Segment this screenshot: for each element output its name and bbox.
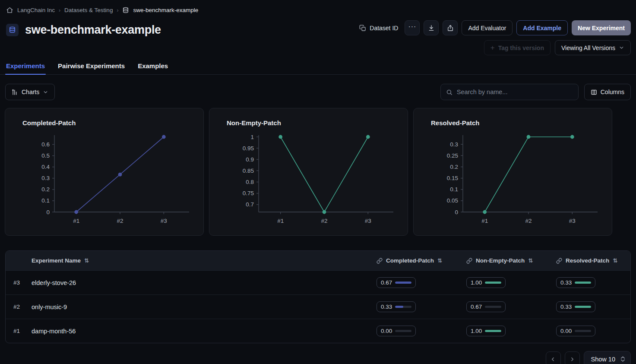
table-body: #3elderly-stove-260.671.000.33#2only-mus… — [6, 270, 630, 343]
columns-label: Columns — [601, 89, 624, 95]
page-header: swe-benchmark-example Dataset ID ··· — [0, 15, 636, 55]
svg-text:#2: #2 — [525, 218, 532, 224]
ellipsis-icon: ··· — [408, 23, 416, 31]
columns-icon — [591, 89, 597, 95]
search-input[interactable] — [457, 89, 573, 95]
chart-card: Resolved-Patch0.30.250.20.150.10.050#1#2… — [413, 108, 612, 236]
metric-value: 0.00 — [560, 328, 572, 334]
svg-text:0.6: 0.6 — [41, 141, 50, 148]
experiment-name: elderly-stove-26 — [32, 279, 377, 286]
tab-examples[interactable]: Examples — [138, 62, 168, 74]
line-chart: 10.950.90.850.80.750.7#1#2#3 — [217, 130, 411, 232]
next-page-button[interactable] — [565, 351, 580, 364]
column-header-experiment-name: Experiment Name — [32, 257, 81, 264]
metric-value: 1.00 — [471, 279, 482, 286]
svg-text:#3: #3 — [161, 218, 167, 224]
breadcrumb-org[interactable]: LangChain Inc — [17, 7, 55, 13]
breadcrumb: LangChain Inc › Datasets & Testing › swe… — [0, 0, 636, 15]
experiment-number: #1 — [6, 328, 32, 334]
download-button[interactable] — [424, 20, 439, 35]
svg-text:#1: #1 — [277, 218, 284, 224]
svg-text:0.2: 0.2 — [450, 164, 458, 170]
sort-icon[interactable]: ⇅ — [437, 257, 442, 264]
metric-value: 0.33 — [381, 304, 392, 310]
copy-icon — [359, 25, 366, 32]
svg-text:0.4: 0.4 — [41, 164, 50, 170]
page-title: swe-benchmark-example — [25, 23, 161, 37]
svg-text:#2: #2 — [117, 218, 123, 224]
svg-text:0.1: 0.1 — [450, 186, 458, 193]
metric-progress-bar — [395, 330, 411, 332]
metric-badge: 1.00 — [466, 326, 506, 336]
metric-value: 0.67 — [381, 279, 392, 286]
upload-button[interactable] — [443, 20, 458, 35]
experiment-name: damp-month-56 — [32, 328, 377, 335]
tab-experiments[interactable]: Experiments — [6, 62, 45, 74]
home-icon[interactable] — [6, 6, 13, 14]
sort-icon[interactable]: ⇅ — [613, 257, 617, 264]
svg-text:#1: #1 — [73, 218, 79, 224]
chart-title: Completed-Patch — [5, 108, 203, 127]
svg-text:#3: #3 — [569, 218, 576, 224]
breadcrumb-current: swe-benchmark-example — [133, 7, 198, 13]
columns-button[interactable]: Columns — [584, 84, 631, 100]
prev-page-button[interactable] — [546, 351, 561, 364]
svg-text:0.8: 0.8 — [246, 179, 254, 185]
upload-icon — [447, 25, 454, 32]
experiments-table: Experiment Name ⇅ Completed-Patch ⇅ Non-… — [5, 250, 631, 343]
svg-text:1: 1 — [250, 134, 254, 140]
chevron-left-icon — [550, 356, 556, 362]
table-row[interactable]: #1damp-month-560.001.000.00 — [6, 319, 630, 343]
svg-text:#2: #2 — [321, 218, 327, 224]
table-row[interactable]: #2only-music-90.330.670.33 — [6, 294, 630, 319]
line-chart: 0.30.250.20.150.10.050#1#2#3 — [421, 130, 616, 232]
svg-text:0.85: 0.85 — [243, 168, 254, 174]
metric-value: 0.00 — [381, 328, 392, 334]
svg-text:0.2: 0.2 — [41, 186, 50, 193]
new-experiment-button[interactable]: New Experiment — [572, 20, 631, 35]
experiment-number: #3 — [6, 279, 32, 286]
experiment-name: only-music-9 — [32, 304, 377, 310]
svg-text:#3: #3 — [365, 218, 371, 224]
sort-icon[interactable]: ⇅ — [84, 257, 89, 264]
svg-text:0.5: 0.5 — [41, 152, 50, 159]
table-row[interactable]: #3elderly-stove-260.671.000.33 — [6, 270, 630, 294]
breadcrumb-section[interactable]: Datasets & Testing — [64, 7, 113, 13]
svg-text:0: 0 — [455, 209, 458, 215]
metric-badge: 0.67 — [466, 301, 506, 312]
metric-value: 0.33 — [560, 279, 572, 286]
svg-text:0: 0 — [46, 209, 50, 215]
metric-badge: 0.33 — [377, 301, 416, 312]
column-header-completed-patch: Completed-Patch — [386, 257, 434, 264]
more-actions-button[interactable]: ··· — [405, 20, 420, 35]
column-header-non-empty-patch: Non-Empty-Patch — [476, 257, 525, 264]
toolbar: Charts Columns — [0, 75, 636, 100]
metric-cell: 0.67 — [466, 301, 556, 312]
database-icon — [122, 7, 129, 14]
metric-cell: 0.67 — [377, 277, 466, 288]
sort-icon[interactable]: ⇅ — [528, 257, 533, 264]
metric-cell: 1.00 — [466, 277, 556, 288]
dataset-id-button[interactable]: Dataset ID — [357, 20, 401, 35]
page-size-select[interactable]: Show 10 — [584, 351, 631, 364]
dataset-id-label: Dataset ID — [370, 25, 398, 32]
add-example-button[interactable]: Add Example — [516, 20, 568, 35]
tab-pairwise-experiments[interactable]: Pairwise Experiments — [58, 62, 125, 74]
metric-badge: 1.00 — [466, 277, 506, 288]
tag-version-label: Tag this version — [498, 44, 544, 51]
column-header-resolved-patch: Resolved-Patch — [566, 257, 609, 264]
breadcrumb-separator: › — [117, 7, 118, 13]
svg-text:0.15: 0.15 — [447, 175, 458, 181]
version-filter-dropdown[interactable]: Viewing All Versions — [555, 40, 631, 55]
link-icon — [377, 258, 383, 264]
metric-progress-bar — [395, 306, 411, 308]
charts-dropdown-button[interactable]: Charts — [5, 84, 55, 100]
metric-cell: 0.00 — [556, 326, 630, 336]
metric-badge: 0.00 — [377, 326, 416, 336]
chevron-down-icon — [43, 89, 48, 95]
svg-text:0.05: 0.05 — [447, 197, 458, 204]
chevron-right-icon — [569, 356, 575, 362]
add-evaluator-button[interactable]: Add Evaluator — [462, 20, 513, 35]
metric-value: 0.33 — [560, 304, 572, 310]
metric-value: 1.00 — [471, 328, 482, 334]
